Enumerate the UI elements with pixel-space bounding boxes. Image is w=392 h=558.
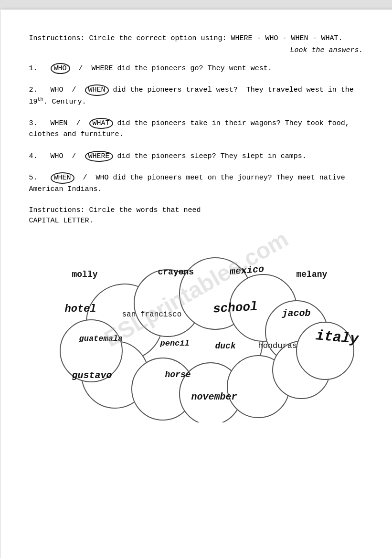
question-5: 5. WHEN / WHO did the pioneers meet on t… <box>29 172 363 195</box>
q4-option2: WHERE <box>85 151 113 162</box>
q2-option1: WHO <box>51 86 64 94</box>
q4-num: 4. <box>29 152 46 160</box>
q3-option1: WHEN <box>51 119 68 127</box>
instructions-2: Instructions: Circle the words that need… <box>29 205 363 227</box>
cloud-word-melany: melany <box>297 270 328 279</box>
question-2: 2. WHO / WHEN did the pioneers travel we… <box>29 84 363 107</box>
q3-option2: WHAT <box>89 118 113 129</box>
cloud-word-horse: horse <box>165 370 191 379</box>
q1-text: did the pioneers go? They went west. <box>117 64 272 73</box>
question-1: 1. WHO / WHERE did the pioneers go? They… <box>29 63 363 74</box>
instructions-1: Instructions: Circle the correct option … <box>29 33 363 44</box>
cloud-word-school: school <box>212 299 258 316</box>
cloud-word-crayons: crayons <box>158 267 194 277</box>
cloud-word-jacob: jacob <box>282 308 311 319</box>
q5-option1: WHEN <box>51 172 74 184</box>
q4-option1: WHO <box>51 152 64 160</box>
q5-option2: WHO <box>96 174 109 182</box>
cloud-word-hotel: hotel <box>65 303 96 315</box>
question-4: 4. WHO / WHERE did the pioneers sleep? T… <box>29 151 363 162</box>
cloud-word-november: november <box>191 391 237 402</box>
q1-num: 1. <box>29 64 46 73</box>
q1-option2: WHERE <box>92 64 113 73</box>
cloud-word-san-francisco: san francisco <box>122 310 182 319</box>
q4-text: did the pioneers sleep? They slept in ca… <box>117 152 307 160</box>
cloud-word-honduras: honduras <box>258 341 297 350</box>
instructions-2-line1: Instructions: Circle the words that need <box>29 206 201 214</box>
cloud-word-pencil: pencil <box>160 339 190 348</box>
q5-num: 5. <box>29 174 46 182</box>
look-answers: Look the answers. <box>29 46 363 54</box>
q3-text: did the pioneers take in their wagons? T… <box>29 119 350 139</box>
q2-option2: WHEN <box>85 84 109 96</box>
cloud-word-duck: duck <box>215 341 236 351</box>
cloud-word-molly: molly <box>72 270 98 279</box>
cloud-word-guatemala: guatemala <box>79 334 123 343</box>
instructions-2-line2: CAPITAL LETTER. <box>29 217 94 225</box>
q2-text: did the pioneers travel west? They trave… <box>29 86 354 106</box>
cloud-container: molly crayons méxico melany hotel san fr… <box>29 241 363 422</box>
q3-num: 3. <box>29 119 46 127</box>
question-3: 3. WHEN / WHAT did the pioneers take in … <box>29 118 363 140</box>
cloud-word-gustavo: gustavo <box>72 370 112 381</box>
q5-text: did the pioneers meet on the journey? Th… <box>29 174 345 193</box>
q1-option1: WHO <box>51 63 70 74</box>
worksheet-page: ESLprintables.com Instructions: Circle t… <box>0 10 392 558</box>
q2-num: 2. <box>29 86 46 94</box>
